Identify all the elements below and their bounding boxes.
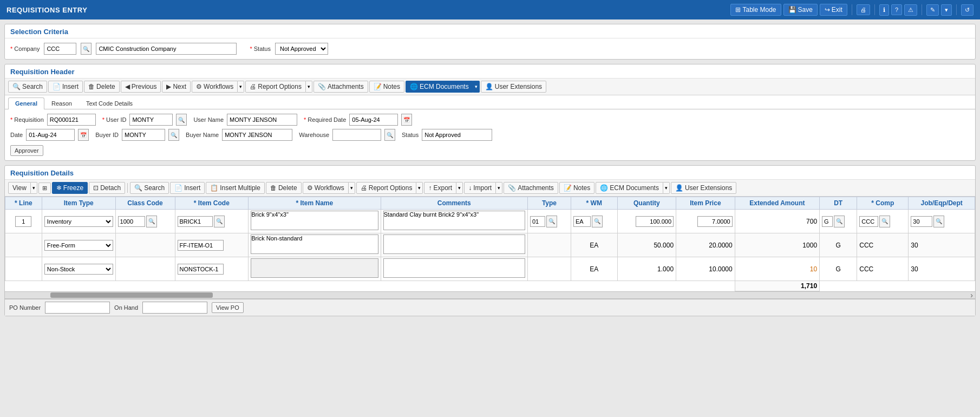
tab-reason[interactable]: Reason xyxy=(44,97,79,109)
item-type-select-3[interactable]: Inventory Free-Form Non-Stock xyxy=(44,264,113,275)
report-options-dropdown-button[interactable]: ▾ xyxy=(306,81,312,93)
header-user-extensions-button[interactable]: 👤 User Extensions xyxy=(481,81,546,93)
required-date-input[interactable] xyxy=(349,114,398,126)
type-search-1[interactable]: 🔍 xyxy=(546,216,557,227)
header-insert-button[interactable]: 📄 Insert xyxy=(48,81,83,93)
header-delete-button[interactable]: 🗑 Delete xyxy=(84,81,120,93)
item-name-textarea-3[interactable] xyxy=(251,258,378,278)
details-freeze-button[interactable]: ❄ Freeze xyxy=(52,182,88,194)
type-input-1[interactable] xyxy=(530,216,545,227)
class-code-input-1[interactable] xyxy=(118,216,145,227)
item-price-input-1[interactable] xyxy=(697,216,733,227)
details-export-button[interactable]: ↑ Export xyxy=(424,182,456,194)
header-attachments-button[interactable]: 📎 Attachments xyxy=(313,81,368,93)
item-type-select-1[interactable]: Inventory Free-Form Non-Stock xyxy=(44,216,113,227)
requisition-input[interactable] xyxy=(47,114,96,126)
user-id-input[interactable] xyxy=(129,114,173,126)
header-workflows-button[interactable]: ⚙ Workflows xyxy=(192,81,238,93)
view-po-button[interactable]: View PO xyxy=(212,302,244,313)
user-id-search-button[interactable]: 🔍 xyxy=(176,114,187,126)
edit-button[interactable]: ✎ xyxy=(926,4,939,16)
details-import-button[interactable]: ↓ Import xyxy=(464,182,496,194)
job-search-1[interactable]: 🔍 xyxy=(933,216,944,227)
wm-search-1[interactable]: 🔍 xyxy=(592,216,603,227)
details-grid-layout-button[interactable]: ⊞ xyxy=(38,183,51,194)
item-name-textarea-2[interactable]: Brick Non-standard xyxy=(251,234,378,254)
details-detach-button[interactable]: ⊡ Detach xyxy=(89,182,125,194)
ecm-dropdown-button[interactable]: ▾ xyxy=(473,81,480,93)
required-date-calendar-button[interactable]: 📅 xyxy=(401,114,412,126)
comp-input-1[interactable] xyxy=(859,216,878,227)
horizontal-scrollbar[interactable]: › xyxy=(5,291,975,299)
item-code-input-1[interactable] xyxy=(178,216,213,227)
alert-button[interactable]: ⚠ xyxy=(904,4,917,16)
header-search-button[interactable]: 🔍 Search xyxy=(8,81,47,93)
details-insert-multiple-button[interactable]: 📋 Insert Multiple xyxy=(206,182,265,194)
approver-button[interactable]: Approver xyxy=(10,145,43,156)
details-workflows-dropdown[interactable]: ▾ xyxy=(349,182,355,194)
dt-input-1[interactable] xyxy=(822,216,833,227)
line-input-1[interactable] xyxy=(15,216,31,227)
item-code-search-1[interactable]: 🔍 xyxy=(214,216,225,227)
header-ecm-documents-button[interactable]: 🌐 ECM Documents xyxy=(406,81,473,93)
details-import-dropdown[interactable]: ▾ xyxy=(496,182,502,194)
company-search-button[interactable]: 🔍 xyxy=(81,43,92,55)
details-attachments-button[interactable]: 📎 Attachments xyxy=(504,182,558,194)
status-select[interactable]: Not Approved Approved Pending xyxy=(275,43,328,55)
comments-textarea-3[interactable] xyxy=(383,258,525,278)
warehouse-search-button[interactable]: 🔍 xyxy=(384,129,395,141)
tab-text-code-details[interactable]: Text Code Details xyxy=(79,97,140,109)
details-view-button[interactable]: View xyxy=(8,182,31,194)
details-ecm-button[interactable]: 🌐 ECM Documents xyxy=(596,182,663,194)
tab-general[interactable]: General xyxy=(8,97,44,109)
details-workflows-button[interactable]: ⚙ Workflows xyxy=(303,182,349,194)
details-insert-button[interactable]: 📄 Insert xyxy=(170,182,205,194)
job-input-1[interactable] xyxy=(911,216,932,227)
comments-textarea-1[interactable]: Standard Clay burnt Brick2 9"x4"x3" xyxy=(383,211,525,230)
dt-search-1[interactable]: 🔍 xyxy=(834,216,845,227)
details-delete-button[interactable]: 🗑 Delete xyxy=(266,182,302,194)
refresh-button[interactable]: ↺ xyxy=(961,4,974,16)
chevron-down-button[interactable]: ▾ xyxy=(941,4,952,16)
item-type-select-2[interactable]: Inventory Free-Form Non-Stock xyxy=(44,240,113,251)
class-code-search-1[interactable]: 🔍 xyxy=(146,216,157,227)
workflows-dropdown-button[interactable]: ▾ xyxy=(238,81,244,93)
buyer-id-input[interactable] xyxy=(122,129,165,141)
view-dropdown-button[interactable]: ▾ xyxy=(31,182,37,194)
exit-button[interactable]: ↪ Exit xyxy=(820,4,847,16)
item-code-input-2[interactable] xyxy=(178,240,224,251)
details-ecm-dropdown[interactable]: ▾ xyxy=(663,182,670,194)
save-button[interactable]: 💾 Save xyxy=(783,4,818,16)
buyer-id-search-button[interactable]: 🔍 xyxy=(168,129,179,141)
item-name-textarea-1[interactable]: Brick 9"x4"x3" xyxy=(251,211,378,230)
table-mode-button[interactable]: ⊞ Table Mode xyxy=(730,4,781,16)
comp-search-1[interactable]: 🔍 xyxy=(879,216,890,227)
warehouse-input[interactable] xyxy=(332,129,381,141)
quantity-input-1[interactable] xyxy=(636,216,674,227)
details-report-options-button[interactable]: 🖨 Report Options xyxy=(356,182,417,194)
date-calendar-button[interactable]: 📅 xyxy=(78,129,89,141)
save-icon: 💾 xyxy=(788,6,796,14)
date-input[interactable] xyxy=(26,129,75,141)
details-user-extensions-button[interactable]: 👤 User Extensions xyxy=(671,182,736,194)
header-previous-button[interactable]: ◀ Previous xyxy=(121,81,161,93)
wm-input-1[interactable] xyxy=(573,216,591,227)
extended-amount-value-3: 10 xyxy=(810,265,817,273)
print-button[interactable]: 🖨 xyxy=(857,4,870,15)
scroll-thumb[interactable] xyxy=(50,292,213,298)
help1-button[interactable]: ℹ xyxy=(879,4,889,16)
company-input[interactable] xyxy=(44,43,76,55)
po-number-input[interactable] xyxy=(45,302,110,314)
help2-button[interactable]: ? xyxy=(891,4,902,15)
details-notes-button[interactable]: 📝 Notes xyxy=(559,182,594,194)
comments-textarea-2[interactable] xyxy=(383,234,525,254)
details-export-dropdown[interactable]: ▾ xyxy=(456,182,463,194)
details-search-button[interactable]: 🔍 Search xyxy=(130,182,169,194)
delete-icon: 🗑 xyxy=(88,83,95,90)
header-next-button[interactable]: ▶ Next xyxy=(162,81,191,93)
item-code-input-3[interactable] xyxy=(178,264,224,275)
details-report-dropdown[interactable]: ▾ xyxy=(416,182,423,194)
scroll-right-arrow[interactable]: › xyxy=(970,291,973,299)
header-notes-button[interactable]: 📝 Notes xyxy=(369,81,404,93)
header-report-options-button[interactable]: 🖨 Report Options xyxy=(245,81,306,93)
